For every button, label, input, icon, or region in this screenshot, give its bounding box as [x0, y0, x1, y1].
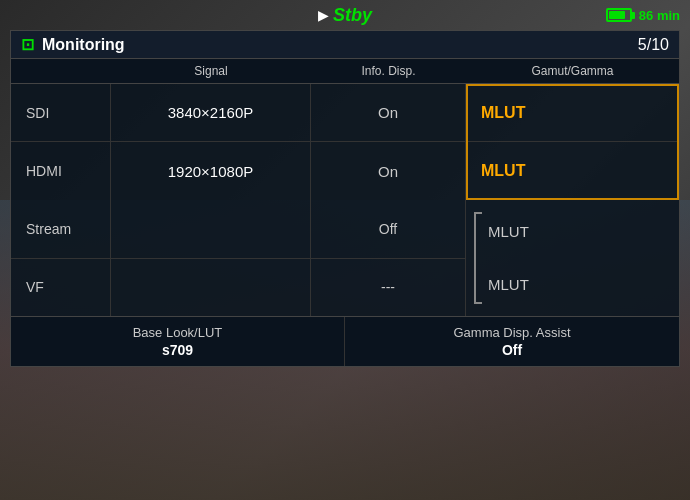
bracket-line [474, 212, 476, 304]
stby-container: ▶ Stby [318, 5, 372, 26]
status-bar: ▶ Stby 86 min [0, 0, 690, 30]
battery-body [606, 8, 632, 22]
sdi-hdmi-mlut-highlight-wrapper: HDMI 1920×1080P On MLUT [11, 142, 679, 200]
stby-label: Stby [333, 5, 372, 26]
base-look-label: Base Look/LUT [133, 325, 223, 340]
table-row-hdmi: HDMI 1920×1080P On MLUT [11, 142, 679, 200]
bracket-top [474, 212, 482, 214]
panel-header: ⊡ Monitoring 5/10 [11, 31, 679, 59]
battery-tip [632, 12, 635, 19]
stream-infodisp: Off [311, 200, 465, 259]
sdi-mlut-text: MLUT [466, 84, 679, 141]
stream-label: Stream [11, 200, 110, 259]
hdmi-label: HDMI [11, 142, 111, 200]
panel-counter: 5/10 [638, 36, 669, 54]
stream-vf-infodisp: Off --- [311, 200, 466, 316]
footer-gamma-assist: Gamma Disp. Assist Off [345, 317, 679, 366]
vf-mlut: MLUT [466, 258, 679, 311]
footer-base-look: Base Look/LUT s709 [11, 317, 345, 366]
battery-icon [606, 8, 635, 22]
hdmi-gamut: MLUT [466, 142, 679, 200]
col-header-infodisp: Info. Disp. [311, 62, 466, 80]
base-look-value: s709 [162, 342, 193, 358]
vf-infodisp: --- [311, 259, 465, 317]
battery-container: 86 min [606, 8, 680, 23]
monitoring-panel: ⊡ Monitoring 5/10 Signal Info. Disp. Gam… [10, 30, 680, 367]
column-headers: Signal Info. Disp. Gamut/Gamma [11, 59, 679, 84]
panel-title: Monitoring [42, 36, 125, 54]
sdi-gamut: MLUT [466, 84, 679, 141]
mlut-bracket: MLUT MLUT [466, 200, 679, 316]
stream-mlut: MLUT [466, 205, 679, 258]
vf-signal [111, 259, 310, 317]
col-header-signal: Signal [111, 62, 311, 80]
stream-vf-rows: Stream VF Off --- MLUT MLUT [11, 200, 679, 316]
col-header-empty [11, 62, 111, 80]
sdi-infodisp: On [311, 84, 466, 141]
battery-fill [609, 11, 625, 19]
gamma-assist-label: Gamma Disp. Assist [453, 325, 570, 340]
table-row-sdi: SDI 3840×2160P On MLUT [11, 84, 679, 142]
stream-signal [111, 200, 310, 259]
panel-title-area: ⊡ Monitoring [21, 35, 125, 54]
gamma-assist-value: Off [502, 342, 522, 358]
sdi-label: SDI [11, 84, 111, 141]
vf-label: VF [11, 259, 110, 317]
col-header-gamutgamma: Gamut/Gamma [466, 62, 679, 80]
stream-vf-gamut: MLUT MLUT [466, 200, 679, 316]
sdi-signal: 3840×2160P [111, 84, 311, 141]
stream-vf-labels: Stream VF [11, 200, 111, 316]
hdmi-mlut-text: MLUT [466, 142, 679, 200]
footer-row: Base Look/LUT s709 Gamma Disp. Assist Of… [11, 316, 679, 366]
battery-time: 86 min [639, 8, 680, 23]
hdmi-signal: 1920×1080P [111, 142, 311, 200]
monitoring-icon: ⊡ [21, 35, 34, 54]
hdmi-infodisp: On [311, 142, 466, 200]
stream-vf-signals [111, 200, 311, 316]
bracket-bottom [474, 302, 482, 304]
stby-icon: ▶ [318, 7, 329, 23]
